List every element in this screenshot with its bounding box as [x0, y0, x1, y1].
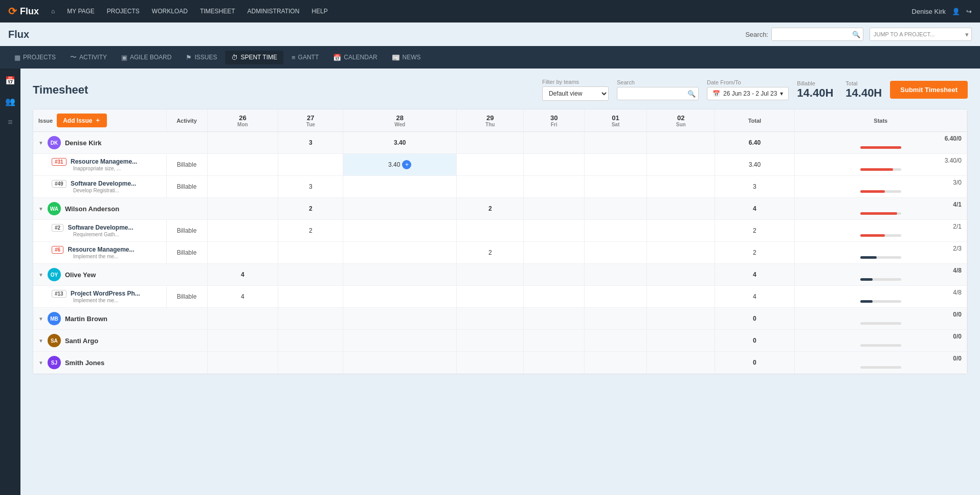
- day-cell-1[interactable]: 3: [278, 132, 343, 154]
- day-cell-4[interactable]: [524, 286, 584, 308]
- day-cell-6[interactable]: [647, 220, 715, 242]
- day-cell-2[interactable]: [343, 220, 457, 242]
- day-cell-1[interactable]: 3: [278, 176, 343, 198]
- day-cell-4[interactable]: [524, 330, 584, 352]
- day-cell-5[interactable]: [584, 176, 647, 198]
- day-cell-1[interactable]: [278, 308, 343, 330]
- subnav-calendar[interactable]: 📅 CALENDAR: [327, 51, 383, 64]
- day-cell-2[interactable]: [343, 264, 457, 286]
- day-cell-2[interactable]: [343, 308, 457, 330]
- day-cell-2[interactable]: [343, 176, 457, 198]
- subnav-news[interactable]: 📰 NEWS: [386, 51, 427, 64]
- filter-teams-select[interactable]: Default view: [542, 86, 609, 101]
- day-cell-0[interactable]: [207, 132, 278, 154]
- add-time-icon[interactable]: +: [402, 160, 411, 169]
- issue-tag[interactable]: #31: [52, 158, 66, 166]
- day-cell-1[interactable]: [278, 286, 343, 308]
- day-cell-2[interactable]: [343, 286, 457, 308]
- day-cell-2[interactable]: [343, 198, 457, 220]
- day-cell-1[interactable]: 2: [278, 198, 343, 220]
- day-cell-3[interactable]: [457, 264, 524, 286]
- day-cell-3[interactable]: [457, 176, 524, 198]
- nav-home[interactable]: ⌂: [51, 8, 55, 15]
- day-cell-3[interactable]: 2: [457, 242, 524, 264]
- day-cell-6[interactable]: [647, 154, 715, 176]
- day-cell-5[interactable]: [584, 220, 647, 242]
- search-icon[interactable]: 🔍: [852, 31, 860, 38]
- day-cell-5[interactable]: [584, 264, 647, 286]
- day-cell-2[interactable]: [343, 242, 457, 264]
- search-input[interactable]: [771, 28, 863, 41]
- day-cell-4[interactable]: [524, 220, 584, 242]
- day-cell-3[interactable]: [457, 286, 524, 308]
- day-cell-5[interactable]: [584, 308, 647, 330]
- issue-tag[interactable]: #2: [52, 224, 63, 232]
- day-cell-0[interactable]: [207, 352, 278, 374]
- issue-tag[interactable]: #49: [52, 180, 66, 188]
- date-range-button[interactable]: 📅 26 Jun 23 - 2 Jul 23 ▾: [707, 87, 789, 100]
- day-cell-5[interactable]: [584, 286, 647, 308]
- day-cell-6[interactable]: [647, 242, 715, 264]
- collapse-btn[interactable]: ▼: [38, 206, 43, 212]
- day-cell-3[interactable]: [457, 352, 524, 374]
- add-issue-button[interactable]: Add Issue ＋: [57, 114, 106, 127]
- search-ts-input[interactable]: [617, 87, 699, 100]
- day-cell-4[interactable]: [524, 352, 584, 374]
- subnav-activity[interactable]: 〜 ACTIVITY: [64, 50, 113, 65]
- day-cell-6[interactable]: [647, 264, 715, 286]
- issue-tag[interactable]: #13: [52, 290, 66, 298]
- day-cell-0[interactable]: [207, 198, 278, 220]
- day-cell-0[interactable]: [207, 176, 278, 198]
- user-icon[interactable]: 👤: [952, 8, 960, 15]
- day-cell-2[interactable]: 3.40+: [343, 154, 457, 176]
- collapse-btn[interactable]: ▼: [38, 338, 43, 344]
- day-cell-4[interactable]: [524, 308, 584, 330]
- day-cell-5[interactable]: [584, 154, 647, 176]
- day-cell-1[interactable]: [278, 154, 343, 176]
- collapse-btn[interactable]: ▼: [38, 360, 43, 366]
- logo[interactable]: ⟳ Flux: [8, 5, 39, 17]
- day-cell-6[interactable]: [647, 132, 715, 154]
- issue-tag[interactable]: #6: [52, 246, 63, 254]
- subnav-spent-time[interactable]: ⏱ SPENT TIME: [225, 51, 283, 64]
- day-cell-0[interactable]: [207, 154, 278, 176]
- day-cell-0[interactable]: 4: [207, 286, 278, 308]
- nav-projects[interactable]: PROJECTS: [107, 8, 140, 15]
- day-cell-3[interactable]: [457, 132, 524, 154]
- day-cell-3[interactable]: [457, 330, 524, 352]
- nav-administration[interactable]: ADMINISTRATION: [248, 8, 300, 15]
- logout-icon[interactable]: ↪: [966, 8, 972, 15]
- day-cell-2[interactable]: [343, 330, 457, 352]
- day-cell-1[interactable]: [278, 330, 343, 352]
- day-cell-0[interactable]: [207, 242, 278, 264]
- day-cell-1[interactable]: [278, 352, 343, 374]
- collapse-btn[interactable]: ▼: [38, 140, 43, 146]
- day-cell-1[interactable]: [278, 264, 343, 286]
- submit-timesheet-button[interactable]: Submit Timesheet: [890, 81, 968, 99]
- day-cell-6[interactable]: [647, 330, 715, 352]
- subnav-gantt[interactable]: ≡ GANTT: [285, 51, 325, 64]
- day-cell-6[interactable]: [647, 308, 715, 330]
- side-people-icon[interactable]: 👥: [3, 95, 17, 108]
- day-cell-1[interactable]: 2: [278, 220, 343, 242]
- collapse-btn[interactable]: ▼: [38, 316, 43, 322]
- day-cell-0[interactable]: [207, 330, 278, 352]
- day-cell-0[interactable]: [207, 220, 278, 242]
- side-calendar-icon[interactable]: 📅: [3, 74, 17, 87]
- day-cell-2[interactable]: [343, 352, 457, 374]
- subnav-projects[interactable]: ▦ PROJECTS: [8, 51, 62, 64]
- nav-workload[interactable]: WORKLOAD: [152, 8, 188, 15]
- day-cell-6[interactable]: [647, 176, 715, 198]
- day-cell-3[interactable]: [457, 154, 524, 176]
- day-cell-5[interactable]: [584, 132, 647, 154]
- collapse-btn[interactable]: ▼: [38, 272, 43, 278]
- nav-help[interactable]: HELP: [311, 8, 327, 15]
- day-cell-3[interactable]: [457, 220, 524, 242]
- day-cell-4[interactable]: [524, 264, 584, 286]
- subnav-agile-board[interactable]: ▣ AGILE BOARD: [115, 51, 177, 64]
- day-cell-3[interactable]: 2: [457, 198, 524, 220]
- day-cell-6[interactable]: [647, 352, 715, 374]
- day-cell-1[interactable]: [278, 242, 343, 264]
- day-cell-4[interactable]: [524, 242, 584, 264]
- day-cell-5[interactable]: [584, 242, 647, 264]
